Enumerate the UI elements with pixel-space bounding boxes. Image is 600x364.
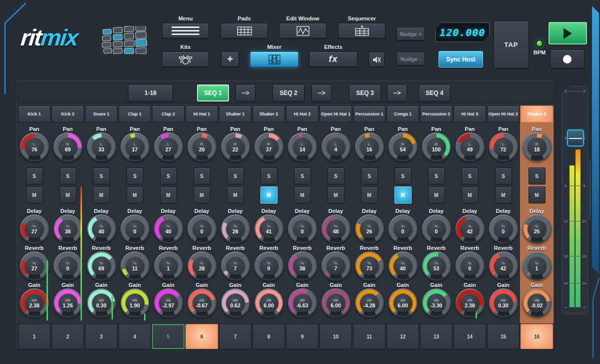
mute-button[interactable]: M [428, 186, 445, 204]
delay-knob[interactable]: %42 [456, 214, 484, 244]
track-name-tab[interactable]: Kick 2 [52, 106, 84, 122]
play-button[interactable] [548, 22, 587, 44]
delay-knob[interactable]: %26 [355, 214, 384, 244]
delay-knob[interactable]: %0 [422, 214, 451, 244]
delay-knob[interactable]: %40 [154, 214, 183, 244]
delay-knob[interactable]: %48 [322, 214, 350, 244]
mute-button[interactable]: M [194, 186, 210, 204]
gain-knob[interactable]: dB6.00 [388, 288, 418, 318]
global-mute-button[interactable] [368, 52, 384, 67]
pads-button[interactable] [220, 23, 268, 38]
step-cell-6[interactable]: 6 [186, 324, 218, 349]
step-cell-15[interactable]: 15 [487, 324, 520, 349]
gain-knob[interactable]: dB-4.28 [355, 288, 384, 318]
solo-button[interactable]: S [495, 168, 512, 184]
delay-knob[interactable]: %41 [254, 214, 284, 244]
delay-knob[interactable]: %28 [221, 214, 250, 244]
seq-2-tab[interactable]: SEQ 2 [272, 84, 304, 102]
solo-button[interactable]: S [260, 168, 278, 184]
pan-knob[interactable]: L14 [288, 132, 317, 162]
delay-knob[interactable]: %0 [120, 214, 150, 244]
solo-button[interactable]: S [194, 168, 210, 184]
mute-button[interactable]: M [93, 186, 110, 204]
edit-window-button[interactable] [279, 23, 326, 38]
mute-button[interactable]: M [495, 186, 512, 204]
chain-arrow-2[interactable]: --> [312, 84, 332, 102]
track-name-tab[interactable]: Shaker 3 [520, 106, 553, 122]
delay-knob[interactable]: %38 [54, 214, 82, 244]
solo-button[interactable]: S [528, 168, 546, 184]
track-name-tab[interactable]: Percussion 2 [420, 106, 452, 122]
pan-knob[interactable]: L33 [87, 132, 116, 162]
mute-button[interactable]: M [394, 186, 412, 204]
delay-knob[interactable]: %40 [87, 214, 116, 244]
step-cell-5[interactable]: 5 [152, 324, 184, 349]
delay-knob[interactable]: %0 [188, 214, 216, 244]
reverb-knob[interactable]: %1 [154, 252, 183, 280]
pan-knob[interactable]: L17 [120, 132, 150, 162]
track-name-tab[interactable]: Shaker 1 [219, 106, 252, 122]
sequencer-button[interactable] [338, 23, 386, 38]
solo-button[interactable]: S [328, 168, 344, 184]
reverb-knob[interactable]: %0 [456, 252, 484, 280]
mute-button[interactable]: M [26, 186, 43, 204]
step-cell-13[interactable]: 13 [420, 324, 452, 349]
step-cell-7[interactable]: 7 [219, 324, 252, 349]
step-cell-1[interactable]: 1 [18, 324, 50, 349]
track-name-tab[interactable]: Percussion 1 [353, 106, 386, 122]
mute-button[interactable]: M [260, 186, 278, 204]
step-cell-10[interactable]: 10 [320, 324, 352, 349]
step-cell-16[interactable]: 16 [520, 324, 553, 349]
step-cell-2[interactable]: 2 [52, 324, 84, 349]
gain-knob[interactable]: dB-3.30 [422, 288, 451, 318]
track-name-tab[interactable]: Hi Hat 2 [286, 106, 318, 122]
pan-knob[interactable]: R69 [54, 132, 82, 162]
solo-button[interactable]: S [428, 168, 445, 184]
reverb-knob[interactable]: %53 [422, 252, 451, 280]
effects-button[interactable]: fx [309, 52, 358, 67]
solo-button[interactable]: S [361, 168, 378, 184]
delay-knob[interactable]: %0 [288, 214, 317, 244]
delay-knob[interactable]: %25 [522, 214, 552, 244]
gain-knob[interactable]: dB-0.67 [188, 288, 216, 318]
track-name-tab[interactable]: Shaker 2 [252, 106, 285, 122]
kits-button[interactable] [162, 52, 209, 67]
gain-knob[interactable]: dB2.38 [456, 288, 484, 318]
pan-knob[interactable]: L72 [489, 132, 518, 162]
track-name-tab[interactable]: Hi Hat 3 [454, 106, 486, 122]
pan-knob[interactable]: L76 [20, 132, 49, 162]
step-cell-12[interactable]: 12 [386, 324, 419, 349]
seq-1-tab[interactable]: SEQ 1 [197, 84, 229, 102]
reverb-knob[interactable]: %11 [120, 252, 150, 280]
nudge-minus-button[interactable]: Nudge - [396, 52, 425, 66]
track-name-tab[interactable]: Open Hi Hat 1 [320, 106, 352, 122]
reverb-knob[interactable]: %0 [254, 252, 284, 280]
track-name-tab[interactable]: Hi Hat 1 [186, 106, 218, 122]
reverb-knob[interactable]: %27 [20, 252, 49, 280]
chain-arrow-1[interactable]: --> [236, 84, 256, 102]
reverb-knob[interactable]: %42 [489, 252, 518, 280]
reverb-knob[interactable]: %73 [355, 252, 384, 280]
reverb-knob[interactable]: %0 [54, 252, 82, 280]
pan-knob[interactable]: L16 [355, 132, 384, 162]
sync-host-button[interactable]: Sync Host [438, 51, 483, 68]
solo-button[interactable]: S [227, 168, 244, 184]
step-cell-4[interactable]: 4 [118, 324, 151, 349]
solo-button[interactable]: S [294, 168, 311, 184]
solo-button[interactable]: S [160, 168, 177, 184]
step-cell-11[interactable]: 11 [353, 324, 386, 349]
solo-button[interactable]: S [60, 168, 76, 184]
gain-knob[interactable]: dB-2.97 [154, 288, 183, 318]
menu-button[interactable] [162, 23, 209, 38]
gain-knob[interactable]: dB2.38 [20, 288, 49, 318]
solo-button[interactable]: S [126, 168, 144, 184]
bpm-display[interactable]: 120.000 [436, 22, 490, 42]
gain-knob[interactable]: dB6.00 [254, 288, 284, 318]
reverb-knob[interactable]: %1 [522, 252, 552, 280]
record-button[interactable] [550, 50, 584, 68]
pan-knob[interactable]: L49 [456, 132, 484, 162]
mute-button[interactable]: M [160, 186, 177, 204]
pan-knob[interactable]: R54 [388, 132, 418, 162]
range-1-16-button[interactable]: 1-16 [128, 84, 173, 102]
mute-button[interactable]: M [328, 186, 344, 204]
